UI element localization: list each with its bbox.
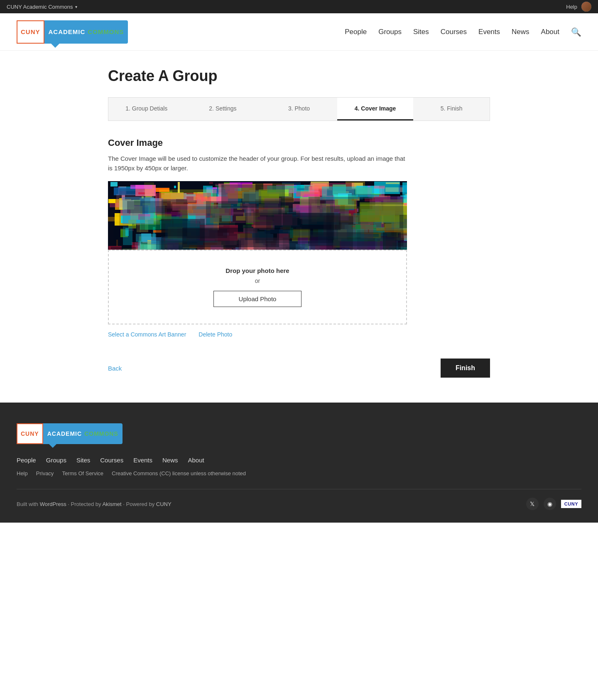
drop-zone-text: Drop your photo here (117, 267, 398, 274)
nav-courses[interactable]: Courses (441, 28, 467, 36)
footer-logo-speech: ACADEMIC COMMONS (43, 423, 123, 444)
admin-bar-left: CUNY Academic Commons ▾ (7, 4, 77, 10)
footer-nav-groups[interactable]: Groups (46, 457, 66, 464)
footer-logo: CUNY ACADEMIC COMMONS (17, 423, 581, 444)
nav-events[interactable]: Events (478, 28, 500, 36)
wordpress-link[interactable]: WordPress (40, 501, 66, 507)
admin-bar-right: Help (566, 2, 591, 12)
logo-cuny: CUNY (17, 20, 44, 44)
main-nav: CUNY ACADEMIC COMMONS People Groups Site… (0, 13, 598, 51)
logo-speech-bubble: ACADEMIC COMMONS (44, 20, 128, 44)
footer-credits: Built with WordPress · Protected by Akis… (17, 501, 172, 507)
form-navigation: Back Finish (108, 359, 490, 378)
rss-icon[interactable]: ◉ (544, 498, 556, 510)
page-title: Create A Group (108, 67, 490, 85)
cover-image-title: Cover Image (108, 138, 407, 148)
step-tabs: 1. Group Detials 2. Settings 3. Photo 4.… (108, 97, 490, 121)
finish-button[interactable]: Finish (441, 359, 490, 378)
logo-academic: ACADEMIC (49, 28, 86, 35)
footer-logo-academic: ACADEMIC (47, 430, 82, 437)
admin-bar: CUNY Academic Commons ▾ Help (0, 0, 598, 13)
akismet-link[interactable]: Akismet (102, 501, 121, 507)
protected-by-text: · Protected by (66, 501, 103, 507)
cuny-footer-logo: CUNY (561, 500, 581, 508)
footer-nav: People Groups Sites Courses Events News … (17, 457, 581, 464)
cover-image-preview (108, 181, 407, 250)
help-label: Help (566, 4, 577, 10)
drop-zone-or: or (117, 278, 398, 284)
footer-logo-area: CUNY ACADEMIC COMMONS (17, 423, 581, 444)
avatar[interactable] (581, 2, 591, 12)
nav-links: People Groups Sites Courses Events News … (345, 27, 581, 37)
site-footer: CUNY ACADEMIC COMMONS People Groups Site… (0, 403, 598, 523)
admin-site-link[interactable]: CUNY Academic Commons (7, 4, 73, 10)
footer-help-link[interactable]: Help (17, 470, 28, 476)
built-with-text: Built with (17, 501, 40, 507)
footer-privacy-link[interactable]: Privacy (36, 470, 54, 476)
footer-secondary-nav: Help Privacy Terms Of Service Creative C… (17, 470, 581, 476)
powered-by-text: · Powered by (122, 501, 156, 507)
cover-image-description: The Cover Image will be used to customiz… (108, 154, 407, 173)
step-tab-1[interactable]: 1. Group Detials (108, 98, 185, 120)
chevron-down-icon: ▾ (75, 5, 77, 9)
select-commons-banner-link[interactable]: Select a Commons Art Banner (108, 331, 186, 338)
nav-people[interactable]: People (345, 28, 367, 36)
footer-nav-sites[interactable]: Sites (76, 457, 90, 464)
footer-terms-link[interactable]: Terms Of Service (62, 470, 103, 476)
avatar-image (581, 2, 591, 12)
cover-image-links: Select a Commons Art Banner Delete Photo (108, 331, 407, 338)
footer-nav-about[interactable]: About (188, 457, 204, 464)
cover-image-canvas (108, 181, 407, 250)
logo-lockup: CUNY ACADEMIC COMMONS (17, 20, 128, 44)
footer-nav-courses[interactable]: Courses (100, 457, 123, 464)
nav-about[interactable]: About (541, 28, 559, 36)
step-tab-3[interactable]: 3. Photo (261, 98, 337, 120)
footer-nav-news[interactable]: News (162, 457, 178, 464)
footer-logo-commons: COMMONS (84, 430, 118, 437)
twitter-icon[interactable]: 𝕏 (526, 498, 539, 510)
step-tab-5[interactable]: 5. Finish (413, 98, 490, 120)
search-button[interactable]: 🔍 (571, 27, 581, 37)
cuny-logo-text: CUNY (564, 501, 578, 506)
footer-cc-link[interactable]: Creative Commons (CC) license unless oth… (112, 470, 246, 476)
back-link[interactable]: Back (108, 365, 122, 372)
delete-photo-link[interactable]: Delete Photo (199, 331, 232, 338)
footer-nav-people[interactable]: People (17, 457, 36, 464)
page-content: Create A Group 1. Group Detials 2. Setti… (91, 51, 507, 403)
upload-photo-button[interactable]: Upload Photo (213, 291, 302, 307)
drop-zone[interactable]: Drop your photo here or Upload Photo (108, 250, 407, 324)
footer-social-icons: 𝕏 ◉ CUNY (526, 498, 581, 510)
footer-nav-events[interactable]: Events (133, 457, 152, 464)
nav-groups[interactable]: Groups (378, 28, 402, 36)
footer-bottom: Built with WordPress · Protected by Akis… (17, 489, 581, 510)
cover-image-section: Cover Image The Cover Image will be used… (108, 138, 407, 338)
logo-commons: COMMONS (88, 28, 124, 35)
footer-logo-cuny: CUNY (17, 423, 43, 444)
site-logo[interactable]: CUNY ACADEMIC COMMONS (17, 20, 128, 44)
step-tab-2[interactable]: 2. Settings (185, 98, 261, 120)
cuny-link[interactable]: CUNY (156, 501, 172, 507)
step-tab-4[interactable]: 4. Cover Image (337, 98, 414, 120)
nav-news[interactable]: News (512, 28, 529, 36)
nav-sites[interactable]: Sites (413, 28, 429, 36)
